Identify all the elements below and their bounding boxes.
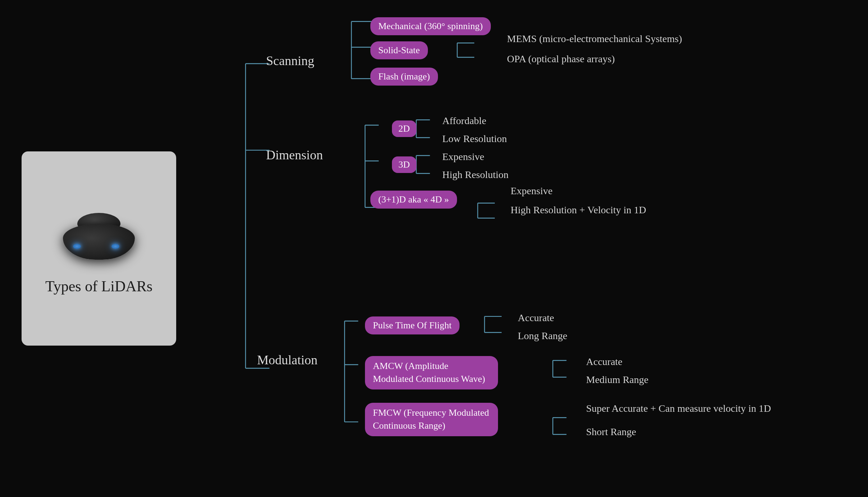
amcw-label: AMCW (Amplitude Modulated Continuous Wav… xyxy=(365,356,498,389)
flash-label: Flash (image) xyxy=(370,68,438,86)
mems-label: MEMS (micro-electromechanical Systems) xyxy=(507,33,682,44)
3d-label: 3D xyxy=(392,156,416,173)
long-range-container: Long Range xyxy=(518,330,567,342)
high-res-label: High Resolution xyxy=(442,169,508,180)
accurate-pulse-label: Accurate xyxy=(518,312,554,323)
modulation-text: Modulation xyxy=(257,353,317,367)
modulation-label: Modulation xyxy=(257,352,317,368)
accurate-pulse-container: Accurate xyxy=(518,312,554,324)
fmcw-badge: FMCW (Frequency Modulated Continuous Ran… xyxy=(365,403,498,436)
low-res-container: Low Resolution xyxy=(442,133,507,145)
mindmap-area: Scanning Mechanical (360° spinning) Soli… xyxy=(198,7,846,490)
amcw-badge: AMCW (Amplitude Modulated Continuous Wav… xyxy=(365,356,498,389)
badge-2d: 2D xyxy=(392,120,416,137)
scanning-text: Scanning xyxy=(266,54,314,68)
badge-4d: (3+1)D aka « 4D » xyxy=(370,191,457,209)
expensive-3d-container: Expensive xyxy=(442,151,484,163)
opa-text-container: OPA (optical phase arrays) xyxy=(507,53,615,65)
mems-text-container: MEMS (micro-electromechanical Systems) xyxy=(507,33,682,45)
2d-label: 2D xyxy=(392,120,416,137)
badge-3d: 3D xyxy=(392,156,416,173)
dimension-text: Dimension xyxy=(266,148,323,162)
super-accurate-container: Super Accurate + Can measure velocity in… xyxy=(586,403,771,414)
4d-label: (3+1)D aka « 4D » xyxy=(370,191,457,209)
accurate-amcw-label: Accurate xyxy=(586,356,622,367)
super-accurate-label: Super Accurate + Can measure velocity in… xyxy=(586,403,771,414)
low-res-label: Low Resolution xyxy=(442,133,507,144)
pulse-tof-label: Pulse Time Of Flight xyxy=(365,316,460,334)
connector-lines xyxy=(198,7,846,490)
accurate-amcw-container: Accurate xyxy=(586,356,622,368)
solid-state-badge: Solid-State xyxy=(370,41,428,59)
medium-range-label: Medium Range xyxy=(586,374,648,385)
dimension-label: Dimension xyxy=(266,147,323,163)
solid-state-label: Solid-State xyxy=(370,41,428,59)
main-container: Types of LiDARs xyxy=(0,0,868,497)
opa-label: OPA (optical phase arrays) xyxy=(507,53,615,64)
affordable-label: Affordable xyxy=(442,115,486,126)
lidar-card: Types of LiDARs xyxy=(22,151,176,346)
high-res-vel-container: High Resolution + Velocity in 1D xyxy=(511,204,646,216)
affordable-container: Affordable xyxy=(442,115,486,127)
mechanical-badge: Mechanical (360° spinning) xyxy=(370,17,491,35)
expensive-4d-label: Expensive xyxy=(511,185,553,196)
short-range-container: Short Range xyxy=(586,426,636,438)
expensive-4d-container: Expensive xyxy=(511,185,553,197)
expensive-3d-label: Expensive xyxy=(442,151,484,162)
long-range-label: Long Range xyxy=(518,330,567,341)
lidar-title: Types of LiDARs xyxy=(45,278,152,295)
medium-range-container: Medium Range xyxy=(586,374,648,386)
mechanical-label: Mechanical (360° spinning) xyxy=(370,17,491,35)
high-res-vel-label: High Resolution + Velocity in 1D xyxy=(511,204,646,215)
high-res-container: High Resolution xyxy=(442,169,508,181)
fmcw-label: FMCW (Frequency Modulated Continuous Ran… xyxy=(365,403,498,436)
flash-badge: Flash (image) xyxy=(370,68,438,86)
scanning-label: Scanning xyxy=(266,53,314,68)
pulse-tof-badge: Pulse Time Of Flight xyxy=(365,316,460,334)
lidar-image xyxy=(59,202,138,267)
short-range-label: Short Range xyxy=(586,426,636,437)
